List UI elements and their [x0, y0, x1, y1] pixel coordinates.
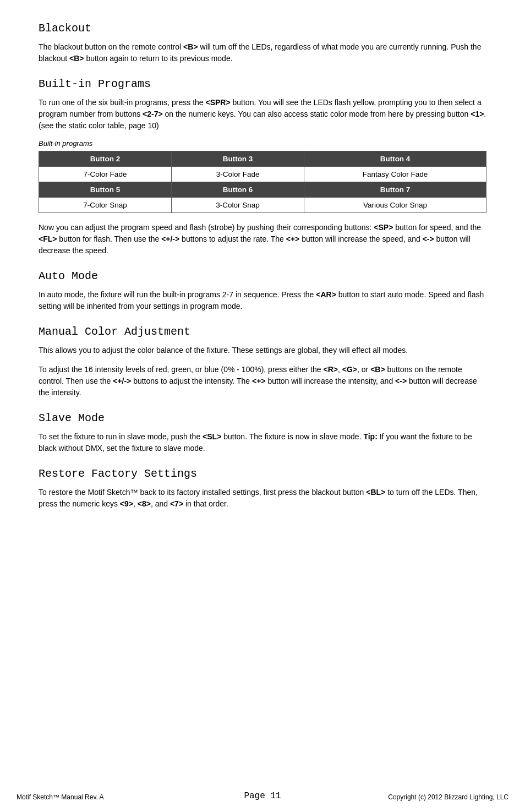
table-header-row-2: Button 5 Button 6 Button 7 — [39, 182, 486, 198]
footer-right: Copyright (c) 2012 Blizzard Lighting, LL… — [388, 793, 508, 801]
auto-mode-paragraph: In auto mode, the fixture will run the b… — [39, 289, 486, 312]
slave-mode-heading: Slave Mode — [39, 412, 486, 424]
table-cell-various-color-snap: Various Color Snap — [304, 198, 486, 213]
table-cell-button6-header: Button 6 — [172, 182, 304, 198]
manual-color-adjustment-heading: Manual Color Adjustment — [39, 325, 486, 338]
table-data-row-1: 7-Color Fade 3-Color Fade Fantasy Color … — [39, 167, 486, 182]
built-in-programs-paragraph: To run one of the six built-in programs,… — [39, 97, 486, 132]
table-cell-button2-header: Button 2 — [39, 151, 172, 167]
page-content: Blackout The blackout button on the remo… — [0, 0, 525, 562]
table-cell-7color-snap: 7-Color Snap — [39, 198, 172, 213]
table-label: Built-in programs — [39, 139, 486, 148]
blackout-paragraph: The blackout button on the remote contro… — [39, 41, 486, 64]
auto-mode-heading: Auto Mode — [39, 270, 486, 282]
built-in-programs-heading: Built-in Programs — [39, 78, 486, 90]
restore-factory-settings-paragraph: To restore the Motif Sketch™ back to its… — [39, 487, 486, 510]
table-cell-fantasy-color-fade: Fantasy Color Fade — [304, 167, 486, 182]
manual-color-adjustment-paragraph1: This allows you to adjust the color bala… — [39, 345, 486, 356]
slave-mode-paragraph: To set the fixture to run in slave mode,… — [39, 431, 486, 454]
table-cell-7color-fade: 7-Color Fade — [39, 167, 172, 182]
table-cell-3color-snap: 3-Color Snap — [172, 198, 304, 213]
table-cell-button3-header: Button 3 — [172, 151, 304, 167]
footer-left: Motif Sketch™ Manual Rev. A — [17, 793, 104, 801]
footer-center: Page 11 — [244, 791, 281, 801]
blackout-heading: Blackout — [39, 22, 486, 35]
table-data-row-2: 7-Color Snap 3-Color Snap Various Color … — [39, 198, 486, 213]
table-cell-button7-header: Button 7 — [304, 182, 486, 198]
table-cell-button5-header: Button 5 — [39, 182, 172, 198]
table-cell-3color-fade: 3-Color Fade — [172, 167, 304, 182]
built-in-programs-table: Button 2 Button 3 Button 4 7-Color Fade … — [39, 151, 486, 213]
table-cell-button4-header: Button 4 — [304, 151, 486, 167]
built-in-programs-paragraph2: Now you can adjust the program speed and… — [39, 222, 486, 257]
table-header-row-1: Button 2 Button 3 Button 4 — [39, 151, 486, 167]
manual-color-adjustment-paragraph2: To adjust the 16 intensity levels of red… — [39, 364, 486, 399]
restore-factory-settings-heading: Restore Factory Settings — [39, 467, 486, 480]
